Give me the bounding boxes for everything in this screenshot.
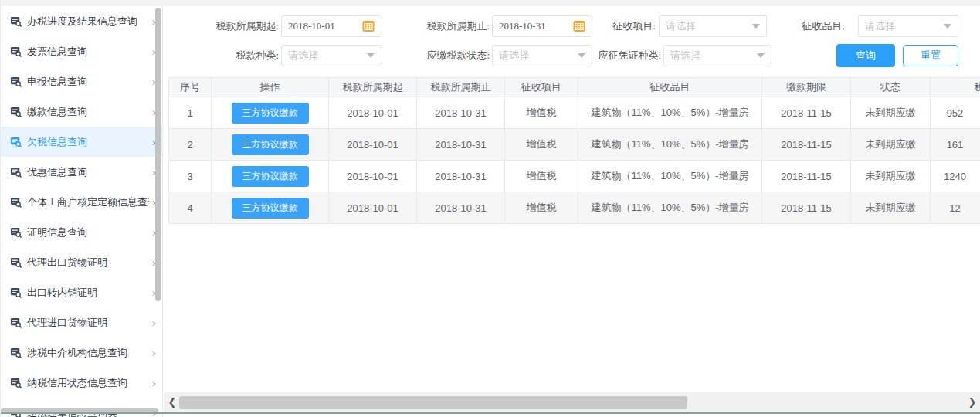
cell-status: 未到期应缴	[851, 192, 931, 224]
document-search-icon	[10, 196, 22, 208]
col-header-deadline: 缴款期限	[762, 78, 851, 97]
horizontal-scrollbar[interactable]: ❮ ❯	[164, 392, 980, 412]
tripartite-agreement-pay-button[interactable]: 三方协议缴款	[232, 166, 309, 187]
voucher-type-label: 应征凭证种类:	[545, 45, 661, 66]
cell-period-end: 2018-10-31	[417, 192, 505, 224]
col-header-period-start: 税款所属期起	[329, 78, 417, 97]
cell-amount: 12	[931, 192, 980, 224]
document-search-icon	[10, 136, 22, 147]
cell-period-start: 2018-10-01	[329, 161, 417, 192]
sidebar-item-label: 代理进口货物证明	[27, 316, 107, 330]
query-button[interactable]: 查询	[836, 44, 895, 67]
cell-deadline: 2018-11-15	[762, 161, 851, 192]
collection-project-label: 征收项目:	[540, 15, 656, 37]
tax-type-label: 税款种类:	[164, 45, 279, 66]
tax-type-select[interactable]: 请选择	[281, 45, 381, 66]
cell-period-start: 2018-10-01	[329, 192, 417, 224]
payable-status-placeholder: 请选择	[499, 49, 529, 63]
document-search-icon	[10, 15, 22, 27]
sidebar-item-export-to-domestic-certificate[interactable]: 出口转内销证明 ›	[1, 277, 162, 307]
sidebar-item-individual-quota-query[interactable]: 个体工商户核定定额信息查询 ›	[1, 187, 162, 217]
scroll-right-icon[interactable]: ❯	[965, 392, 979, 412]
chevron-down-icon	[944, 24, 951, 29]
document-search-icon	[10, 46, 22, 57]
sidebar-item-tax-progress-query[interactable]: 办税进度及结果信息查询 ›	[1, 6, 162, 36]
cell-item: 建筑物（11%、10%、5%）-增量房	[578, 129, 762, 161]
tripartite-agreement-pay-button[interactable]: 三方协议缴款	[232, 134, 309, 155]
period-start-label: 税款所属期起:	[164, 15, 279, 37]
tripartite-agreement-pay-button[interactable]: 三方协议缴款	[232, 103, 309, 124]
col-header-action: 操作	[212, 78, 329, 97]
document-search-icon	[10, 347, 22, 358]
col-header-project: 征收项目	[505, 78, 578, 97]
sidebar-item-label: 涉税中介机构信息查询	[27, 346, 127, 360]
cell-item: 建筑物（11%、10%、5%）-增量房	[578, 161, 762, 192]
cell-index: 1	[169, 97, 212, 129]
cell-status: 未到期应缴	[851, 97, 931, 129]
cell-period-start: 2018-10-01	[329, 97, 417, 129]
horizontal-scrollbar-thumb[interactable]	[179, 396, 687, 409]
table-row: 1 三方协议缴款 2018-10-01 2018-10-31 增值税 建筑物（1…	[169, 97, 980, 129]
chevron-down-icon	[757, 53, 765, 58]
cell-status: 未到期应缴	[851, 129, 931, 161]
table-row: 4 三方协议缴款 2018-10-01 2018-10-31 增值税 建筑物（1…	[169, 192, 980, 224]
period-start-input[interactable]: 2018-10-01	[281, 15, 381, 37]
cell-project: 增值税	[505, 129, 578, 161]
sidebar-item-tax-intermediary-query[interactable]: 涉税中介机构信息查询 ›	[1, 337, 162, 368]
cell-index: 2	[169, 129, 212, 161]
reset-button[interactable]: 重置	[903, 45, 958, 66]
sidebar-item-export-agency-certificate[interactable]: 代理出口货物证明 ›	[1, 247, 162, 277]
cell-item: 建筑物（11%、10%、5%）-增量房	[578, 192, 762, 224]
col-header-index: 序号	[169, 78, 212, 97]
sidebar-vertical-scrollbar[interactable]	[155, 8, 161, 301]
document-search-icon	[10, 286, 22, 298]
window-bottom-border	[1, 412, 980, 414]
cell-amount: 1240	[931, 161, 980, 192]
voucher-type-select[interactable]: 请选择	[663, 45, 771, 66]
cell-amount: 952	[931, 97, 980, 129]
sidebar-menu: 办税进度及结果信息查询 › 发票信息查询 › 申报信息查询 › 缴款信息查询 ›…	[1, 6, 163, 417]
table-header-row: 序号 操作 税款所属期起 税款所属期止 征收项目 征收品目 缴款期限 状态 税额	[169, 78, 980, 97]
collection-project-placeholder: 请选择	[666, 19, 696, 33]
app-window: 办税进度及结果信息查询 › 发票信息查询 › 申报信息查询 › 缴款信息查询 ›…	[0, 0, 980, 417]
cell-deadline: 2018-11-15	[762, 97, 851, 129]
voucher-type-placeholder: 请选择	[670, 49, 700, 63]
sidebar-item-preference-query[interactable]: 优惠信息查询 ›	[1, 157, 162, 187]
sidebar-item-label: 个体工商户核定定额信息查询	[27, 195, 149, 209]
cell-item: 建筑物（11%、10%、5%）-增量房	[578, 97, 762, 129]
sidebar-item-declaration-query[interactable]: 申报信息查询 ›	[1, 66, 162, 97]
sidebar-item-tax-arrears-query[interactable]: 欠税信息查询 ›	[1, 127, 162, 157]
col-header-item: 征收品目	[578, 78, 762, 97]
sidebar-item-import-agency-certificate[interactable]: 代理进口货物证明 ›	[1, 307, 162, 337]
period-end-value: 2018-10-31	[499, 20, 546, 32]
chevron-right-icon: ›	[149, 347, 156, 358]
cell-amount: 161	[931, 129, 980, 161]
cell-period-end: 2018-10-31	[417, 129, 505, 161]
table-row: 2 三方协议缴款 2018-10-01 2018-10-31 增值税 建筑物（1…	[169, 129, 980, 161]
period-start-value: 2018-10-01	[288, 20, 335, 32]
col-header-amount: 税额	[931, 78, 980, 97]
sidebar-item-label: 缴款信息查询	[27, 105, 87, 119]
sidebar-item-label: 办税进度及结果信息查询	[27, 15, 137, 29]
scroll-left-icon[interactable]: ❮	[165, 392, 179, 412]
tax-type-placeholder: 请选择	[288, 49, 318, 63]
tripartite-agreement-pay-button[interactable]: 三方协议缴款	[232, 198, 309, 219]
top-band	[1, 0, 980, 6]
filter-form: 税款所属期起: 2018-10-01 税款所属期止: 2018-10-31 征收…	[164, 6, 980, 80]
sidebar-item-certificate-query[interactable]: 证明信息查询 ›	[1, 217, 162, 247]
cell-deadline: 2018-11-15	[762, 192, 851, 224]
document-search-icon	[10, 256, 22, 268]
cell-project: 增值税	[505, 161, 578, 192]
sidebar-item-label: 纳税信用状态信息查询	[27, 376, 127, 390]
sidebar-item-payment-query[interactable]: 缴款信息查询 ›	[1, 97, 162, 127]
sidebar-item-invoice-query[interactable]: 发票信息查询 ›	[1, 36, 162, 66]
calendar-icon[interactable]	[362, 20, 375, 32]
sidebar-item-tax-credit-status-query[interactable]: 纳税信用状态信息查询 ›	[1, 368, 162, 398]
document-search-icon	[10, 226, 22, 238]
sidebar-item-label: 欠税信息查询	[27, 135, 87, 149]
collection-item-select[interactable]: 请选择	[858, 15, 958, 37]
col-header-period-end: 税款所属期止	[417, 78, 505, 97]
results-table: 序号 操作 税款所属期起 税款所属期止 征收项目 征收品目 缴款期限 状态 税额…	[168, 77, 980, 224]
cell-project: 增值税	[505, 97, 578, 129]
sidebar-item-label: 发票信息查询	[27, 45, 87, 59]
